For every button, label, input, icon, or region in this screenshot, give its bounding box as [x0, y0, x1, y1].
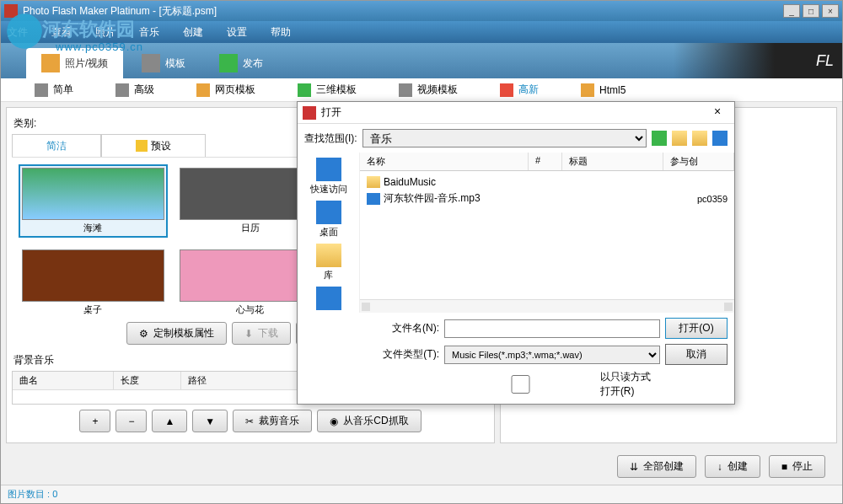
tab-photo-video[interactable]: 照片/视频	[26, 48, 123, 78]
dialog-icon	[303, 106, 316, 120]
subtab-video[interactable]: 视频模板	[390, 79, 466, 100]
menu-view[interactable]: 查看	[51, 25, 72, 40]
photo-icon	[41, 54, 60, 72]
thumb-beach[interactable]: 海滩	[19, 164, 168, 238]
place-quick[interactable]: 快速访问	[303, 158, 354, 196]
thumb-desk[interactable]: 桌子	[19, 246, 168, 317]
download-button[interactable]: ⬇下载	[232, 322, 291, 345]
file-row-mp3[interactable]: 河东软件园-音乐.mp3pc0359	[363, 190, 731, 207]
filename-label: 文件名(N):	[372, 321, 439, 335]
down-icon: ↓	[717, 461, 722, 473]
menu-create[interactable]: 创建	[183, 25, 203, 40]
file-row-folder[interactable]: BaiduMusic	[363, 174, 731, 190]
move-down-button[interactable]: ▼	[192, 410, 228, 432]
place-desktop[interactable]: 桌面	[303, 201, 354, 239]
window-title: Photo Flash Maker Platinum - [无标题.psm]	[23, 4, 217, 19]
subtab-html5[interactable]: Html5	[572, 80, 634, 100]
pc-icon	[316, 287, 341, 310]
cd-icon: ◉	[330, 416, 338, 427]
plus-icon: +	[92, 416, 98, 427]
new-folder-icon[interactable]	[692, 131, 707, 146]
status-bar: 图片数目 : 0	[1, 485, 842, 503]
lookin-select[interactable]: 音乐	[362, 129, 647, 147]
remove-music-button[interactable]: −	[115, 410, 147, 432]
star-icon	[136, 140, 148, 152]
stop-button[interactable]: ■停止	[769, 455, 825, 478]
move-up-button[interactable]: ▲	[152, 410, 187, 432]
file-list-area: 名称 # 标题 参与创 BaiduMusic 河东软件园-音乐.mp3pc035…	[360, 153, 734, 313]
places-bar: 快速访问 桌面 库 此电脑 网络	[298, 153, 360, 313]
up-folder-icon[interactable]	[672, 131, 687, 146]
up-icon: ▲	[164, 416, 175, 427]
back-icon[interactable]	[652, 131, 667, 146]
web-icon	[196, 83, 210, 97]
file-list[interactable]: BaiduMusic 河东软件园-音乐.mp3pc0359	[360, 171, 734, 299]
menu-music[interactable]: 音乐	[139, 25, 159, 40]
cat-tab-preset[interactable]: 预设	[101, 134, 206, 157]
customize-button[interactable]: ⚙定制模板属性	[126, 322, 227, 345]
main-tabs: 照片/视频 模板 发布 FL	[1, 43, 842, 78]
view-menu-icon[interactable]	[712, 131, 728, 146]
menu-settings[interactable]: 设置	[227, 25, 247, 40]
down-icon: ▼	[205, 416, 215, 427]
tab-photo-video-label: 照片/视频	[65, 56, 108, 71]
audio-icon	[367, 193, 380, 205]
filetype-select[interactable]: Music Files(*.mp3;*.wma;*.wav)	[444, 346, 660, 364]
video-icon	[399, 83, 412, 97]
add-music-button[interactable]: +	[79, 410, 110, 432]
banner: FL	[674, 43, 842, 78]
place-libraries[interactable]: 库	[303, 244, 354, 281]
filename-input[interactable]	[444, 319, 660, 338]
template-icon	[142, 54, 160, 72]
horizontal-scrollbar[interactable]	[360, 299, 734, 313]
tab-publish[interactable]: 发布	[204, 48, 278, 78]
new-icon	[500, 83, 513, 97]
maximize-button[interactable]: □	[803, 4, 819, 18]
subtab-advanced[interactable]: 高级	[107, 79, 163, 100]
lookin-label: 查找范围(I):	[304, 131, 357, 146]
readonly-label: 以只读方式打开(R)	[600, 370, 660, 399]
open-button[interactable]: 打开(O)	[665, 318, 728, 339]
menu-help[interactable]: 帮助	[271, 25, 291, 40]
col-name: 曲名	[13, 372, 114, 389]
place-thispc[interactable]: 此电脑	[303, 287, 354, 313]
minimize-button[interactable]: _	[783, 4, 800, 18]
menu-photo[interactable]: 照片	[95, 25, 115, 40]
html5-icon	[581, 83, 594, 97]
simple-icon	[35, 83, 48, 97]
stop-icon: ■	[781, 461, 787, 473]
watermark-logo	[3, 12, 46, 51]
subtab-3d[interactable]: 三维模板	[289, 79, 365, 100]
cd-rip-button[interactable]: ◉从音乐CD抓取	[317, 410, 421, 432]
minus-icon: −	[128, 416, 134, 427]
menubar: 文件 查看 照片 音乐 创建 设置 帮助	[1, 21, 842, 43]
subtab-new[interactable]: 高新	[491, 79, 547, 100]
gear-icon: ⚙	[139, 328, 148, 340]
create-all-button[interactable]: ⇊全部创建	[617, 455, 696, 478]
double-down-icon: ⇊	[630, 461, 638, 473]
col-filename[interactable]: 名称	[360, 153, 529, 170]
filetype-label: 文件类型(T):	[372, 347, 439, 362]
col-title[interactable]: 标题	[562, 153, 663, 170]
trim-music-button[interactable]: ✂裁剪音乐	[233, 410, 312, 432]
download-icon: ⬇	[244, 328, 253, 340]
subtab-web[interactable]: 网页模板	[188, 79, 264, 100]
subtab-simple[interactable]: 简单	[26, 79, 82, 100]
folder-icon	[367, 176, 380, 188]
col-artist[interactable]: 参与创	[663, 153, 734, 170]
desktop-icon	[316, 201, 341, 224]
tab-template-label: 模板	[165, 56, 185, 71]
dialog-close-button[interactable]: ×	[706, 105, 729, 121]
close-button[interactable]: ×	[822, 4, 839, 18]
col-num[interactable]: #	[529, 153, 562, 170]
open-dialog: 打开 × 查找范围(I): 音乐 快速访问 桌面 库 此电脑 网络 名称 # 标…	[297, 101, 735, 405]
readonly-checkbox[interactable]	[444, 375, 597, 394]
cat-tab-simple[interactable]: 简洁	[12, 134, 101, 157]
dialog-title: 打开	[321, 105, 341, 120]
quick-icon	[316, 158, 341, 181]
tab-template[interactable]: 模板	[126, 48, 201, 78]
create-button[interactable]: ↓创建	[705, 455, 760, 478]
libraries-icon	[316, 244, 341, 267]
dialog-titlebar: 打开 ×	[298, 102, 734, 124]
cancel-button[interactable]: 取消	[665, 344, 728, 365]
